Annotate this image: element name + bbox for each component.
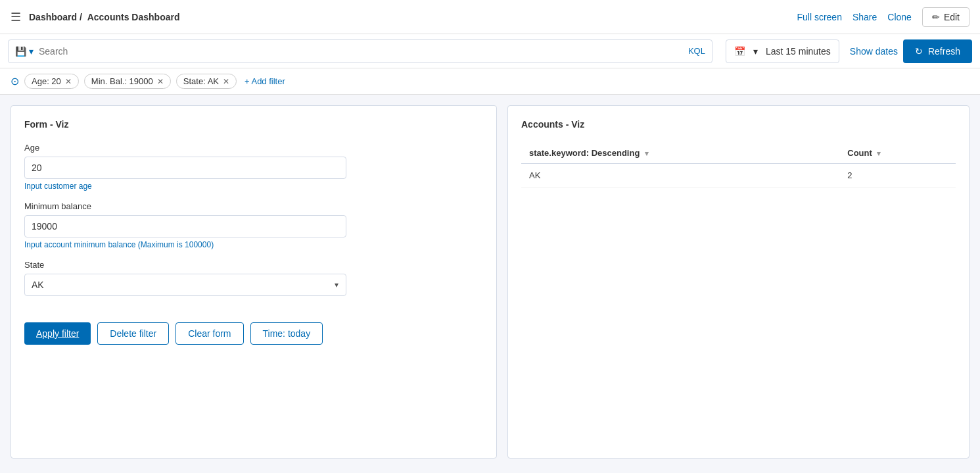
show-dates-button[interactable]: Show dates: [850, 46, 898, 57]
breadcrumb-current: Accounts Dashboard: [87, 12, 180, 22]
form-panel: Form - Viz Age Input customer age Minimu…: [11, 105, 497, 459]
save-icon: 💾: [15, 46, 26, 57]
top-bar-right: Full screen Share Clone ✏ Edit: [797, 7, 969, 27]
form-actions: Apply filter Delete filter Clear form Ti…: [24, 322, 483, 345]
min-balance-label: Minimum balance: [24, 201, 483, 211]
filter-pill-age-label: Age: 20: [32, 76, 61, 86]
edit-label: Edit: [944, 12, 960, 22]
fullscreen-link[interactable]: Full screen: [797, 12, 841, 22]
filter-pill-state-close[interactable]: ✕: [223, 77, 229, 86]
filter-pill-minbal-label: Min. Bal.: 19000: [91, 76, 153, 86]
col-count-label: Count: [847, 148, 872, 158]
time-range-dropdown-icon: ▾: [753, 46, 758, 57]
breadcrumb: Dashboard / Accounts Dashboard: [29, 12, 180, 22]
time-range-label: Last 15 minutes: [766, 46, 831, 57]
delete-filter-button[interactable]: Delete filter: [97, 322, 169, 345]
time-range-picker[interactable]: 📅 ▾ Last 15 minutes: [726, 39, 839, 63]
accounts-panel-title: Accounts - Viz: [521, 119, 956, 130]
min-balance-input[interactable]: [24, 215, 346, 237]
filter-pill-age: Age: 20 ✕: [24, 74, 79, 89]
age-hint: Input customer age: [24, 182, 483, 191]
refresh-icon: ↻: [915, 46, 923, 57]
search-bar-left: 💾 ▾ KQL: [8, 39, 712, 63]
refresh-button[interactable]: ↻ Refresh: [903, 39, 972, 63]
calendar-icon: 📅: [734, 46, 745, 57]
filter-pill-minbal-close[interactable]: ✕: [157, 77, 164, 86]
accounts-table-header-row: state.keyword: Descending ▾ Count ▾: [521, 143, 956, 164]
filter-pill-state: State: AK ✕: [176, 74, 237, 89]
col-state-keyword-sort-icon: ▾: [645, 149, 649, 157]
add-filter-button[interactable]: + Add filter: [245, 76, 285, 86]
share-link[interactable]: Share: [852, 12, 877, 22]
accounts-table-body: AK 2: [521, 164, 956, 187]
save-query-button[interactable]: 💾 ▾: [15, 46, 34, 57]
col-count-sort-icon: ▾: [877, 149, 881, 157]
accounts-panel: Accounts - Viz state.keyword: Descending…: [507, 105, 969, 459]
filter-pill-state-label: State: AK: [183, 76, 219, 86]
edit-button[interactable]: ✏ Edit: [922, 7, 969, 27]
state-label: State: [24, 260, 483, 270]
min-balance-form-group: Minimum balance Input account minimum ba…: [24, 201, 483, 249]
edit-icon: ✏: [932, 12, 940, 22]
filter-pill-age-close[interactable]: ✕: [65, 77, 72, 86]
apply-filter-button[interactable]: Apply filter: [24, 322, 91, 345]
age-label: Age: [24, 143, 483, 153]
age-input[interactable]: [24, 157, 346, 179]
filter-pill-minbal: Min. Bal.: 19000 ✕: [84, 74, 171, 89]
search-bar: 💾 ▾ KQL 📅 ▾ Last 15 minutes Show dates ↻…: [0, 34, 980, 68]
accounts-table-header: state.keyword: Descending ▾ Count ▾: [521, 143, 956, 164]
kql-button[interactable]: KQL: [688, 46, 705, 56]
clone-link[interactable]: Clone: [887, 12, 912, 22]
table-row: AK 2: [521, 164, 956, 187]
filter-options-icon[interactable]: ⊙: [11, 75, 19, 87]
row-state-value: AK: [521, 164, 839, 187]
main-content: Form - Viz Age Input customer age Minimu…: [0, 95, 980, 469]
row-count-value: 2: [839, 164, 956, 187]
refresh-label: Refresh: [928, 46, 960, 57]
state-select[interactable]: AK AL AR AZ CA: [24, 274, 346, 296]
filter-bar: ⊙ Age: 20 ✕ Min. Bal.: 19000 ✕ State: AK…: [0, 68, 980, 95]
state-select-wrapper: AK AL AR AZ CA ▾: [24, 274, 346, 296]
form-panel-title: Form - Viz: [24, 119, 483, 130]
col-state-keyword[interactable]: state.keyword: Descending ▾: [521, 143, 839, 164]
time-today-button[interactable]: Time: today: [250, 322, 323, 345]
state-form-group: State AK AL AR AZ CA ▾: [24, 260, 483, 296]
search-input[interactable]: [39, 46, 678, 57]
col-count[interactable]: Count ▾: [839, 143, 956, 164]
age-form-group: Age Input customer age: [24, 143, 483, 191]
hamburger-menu-icon[interactable]: ☰: [11, 10, 21, 24]
top-bar-left: ☰ Dashboard / Accounts Dashboard: [11, 10, 180, 24]
min-balance-hint: Input account minimum balance (Maximum i…: [24, 240, 483, 249]
breadcrumb-prefix: Dashboard /: [29, 12, 82, 22]
clear-form-button[interactable]: Clear form: [175, 322, 243, 345]
save-dropdown-icon: ▾: [29, 46, 34, 57]
top-bar: ☰ Dashboard / Accounts Dashboard Full sc…: [0, 0, 980, 34]
accounts-table: state.keyword: Descending ▾ Count ▾ AK 2: [521, 143, 956, 187]
col-state-keyword-label: state.keyword: Descending: [529, 148, 640, 158]
